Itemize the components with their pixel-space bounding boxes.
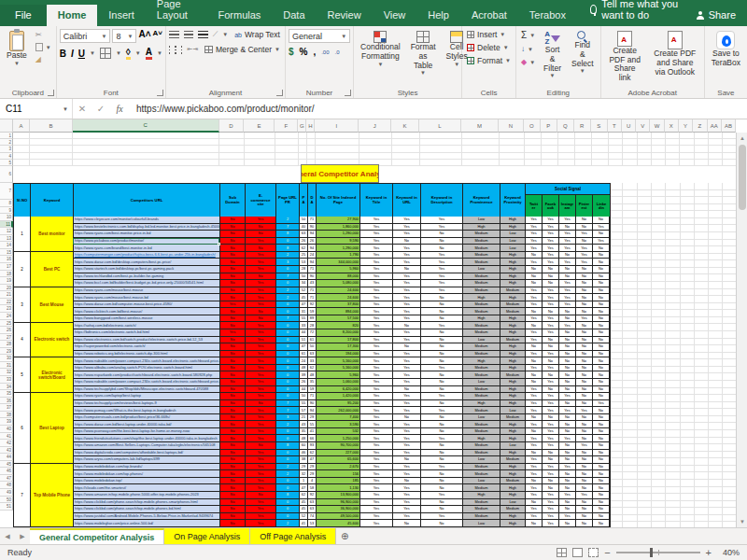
ecommerce-cell[interactable]: Yes (246, 499, 276, 507)
social-cell-1[interactable]: Yes (543, 238, 559, 245)
page-url-pr-cell[interactable]: 0 (276, 499, 300, 507)
row-header-32[interactable]: 32 (0, 369, 13, 376)
indexed-pages-cell[interactable]: 1,290,000 (317, 245, 360, 252)
indexed-pages-cell[interactable]: 96,900,000 (317, 499, 360, 507)
zoom-slider[interactable] (616, 552, 700, 553)
pa-cell[interactable]: 38 (300, 456, 308, 464)
url-cell[interactable]: https://www.clickbd.com/phone-search/top… (74, 506, 220, 513)
keyword-in-title-cell[interactable]: Yes (360, 287, 393, 295)
prominence-cell[interactable]: Medium (463, 259, 500, 266)
pa-cell[interactable]: 48 (300, 365, 308, 372)
create-pdf-outlook-button[interactable]: Create PDF and Share via Outlook (649, 29, 701, 85)
sub-domain-cell[interactable]: No (220, 484, 246, 492)
indexed-pages-cell[interactable]: 1,860,000 (317, 224, 360, 231)
pa-cell[interactable]: 44 (300, 386, 308, 394)
keyword-in-title-cell[interactable]: Yes (360, 252, 393, 259)
social-cell-0[interactable]: No (526, 371, 543, 379)
keyword-in-title-cell[interactable]: Yes (360, 450, 393, 457)
row-header-26[interactable]: 26 (0, 327, 13, 334)
prominence-cell[interactable]: Medium (463, 393, 500, 400)
name-box[interactable]: C11▼ (0, 99, 73, 119)
keyword-in-url-cell[interactable]: No (393, 520, 421, 527)
prominence-cell[interactable]: Medium (463, 428, 500, 436)
keyword-in-description-cell[interactable]: No (421, 506, 463, 513)
social-cell-1[interactable]: Yes (543, 520, 559, 527)
keyword-cell[interactable]: Best Laptop (31, 393, 74, 464)
social-cell-2[interactable]: No (559, 414, 576, 422)
social-cell-3[interactable]: No (576, 484, 593, 492)
row-header-27[interactable]: 27 (0, 334, 13, 342)
keyword-in-url-cell[interactable]: Yes (393, 484, 421, 492)
tab-home[interactable]: Home (47, 5, 98, 26)
keyword-in-description-cell[interactable]: No (421, 450, 463, 457)
social-cell-2[interactable]: Yes (559, 245, 576, 252)
keyword-in-title-cell[interactable]: Yes (360, 520, 393, 527)
grow-font-button[interactable]: A˄ (138, 29, 150, 43)
da-cell[interactable]: 63 (308, 351, 317, 358)
url-cell[interactable]: https://www.nabable.com/power-compact-23… (74, 379, 220, 386)
paste-button[interactable]: Paste▼ (3, 29, 31, 85)
da-cell[interactable]: 71 (308, 393, 317, 400)
keyword-in-description-cell[interactable]: No (421, 414, 463, 422)
pa-cell[interactable]: 34 (300, 280, 308, 287)
url-cell[interactable]: https://www.techlandbd.com/best-pc-build… (74, 273, 220, 281)
prominence-cell[interactable]: Medium (463, 499, 500, 507)
social-cell-2[interactable]: Yes (559, 280, 576, 287)
social-cell-0[interactable]: No (526, 379, 543, 386)
url-cell[interactable]: https://www.digitalcredo.com/computers/a… (74, 450, 220, 457)
social-cell-2[interactable]: Yes (559, 407, 576, 414)
sub-domain-cell[interactable]: Yes (220, 329, 246, 337)
prominence-cell[interactable]: Medium (463, 484, 500, 492)
social-cell-2[interactable]: No (559, 365, 576, 372)
social-cell-3[interactable]: No (576, 294, 593, 301)
social-cell-1[interactable]: No (543, 266, 559, 273)
social-cell-3[interactable]: No (576, 393, 593, 400)
row-header-6[interactable]: 6 (0, 166, 13, 183)
social-cell-0[interactable]: No (526, 499, 543, 507)
ecommerce-cell[interactable]: Yes (246, 520, 276, 527)
zoom-slider-thumb[interactable] (650, 548, 653, 557)
keyword-in-description-cell[interactable]: No (421, 294, 463, 301)
social-cell-4[interactable]: No (593, 287, 610, 295)
header-col-1[interactable]: Sub Domain (220, 184, 246, 217)
header-social-Twitter[interactable]: Twitt er (526, 195, 543, 217)
row-header-2[interactable]: 2 (0, 139, 13, 146)
column-header-T[interactable]: T (608, 119, 622, 133)
find-select-button[interactable]: Find & Select▼ (568, 29, 598, 85)
sub-domain-cell[interactable]: No (220, 343, 246, 351)
keyword-in-title-cell[interactable]: Yes (360, 343, 393, 351)
tab-view[interactable]: View (373, 5, 417, 26)
social-cell-2[interactable]: Yes (559, 217, 576, 224)
row-header-14[interactable]: 14 (0, 242, 13, 249)
ecommerce-cell[interactable]: Yes (246, 371, 276, 379)
tab-file[interactable]: File (0, 5, 47, 26)
social-cell-1[interactable]: Yes (543, 379, 559, 386)
page-url-pr-cell[interactable]: 2 (276, 252, 300, 259)
da-cell[interactable]: 35 (308, 379, 317, 386)
proximity-cell[interactable]: High (500, 294, 526, 301)
url-cell[interactable]: https://www.mobiledokan.com/top-phones/ (74, 470, 220, 478)
social-cell-3[interactable]: No (576, 435, 593, 442)
ecommerce-cell[interactable]: Yes (246, 280, 276, 287)
column-header-L[interactable]: L (419, 119, 461, 133)
sort-filter-button[interactable]: AZSort & Filter▼ (540, 29, 565, 85)
indexed-pages-cell[interactable]: 65,600 (317, 456, 360, 464)
social-cell-0[interactable]: Yes (526, 393, 543, 400)
prominence-cell[interactable]: Medium (463, 386, 500, 394)
row-header-50[interactable]: 50 (0, 497, 13, 504)
keyword-in-url-cell[interactable]: Yes (393, 245, 421, 252)
url-cell[interactable]: https://www.justdial.com/Android-Mobile-… (74, 513, 220, 521)
indexed-pages-cell[interactable]: 88,000 (317, 273, 360, 281)
social-cell-4[interactable]: No (593, 329, 610, 337)
social-cell-2[interactable]: No (559, 400, 576, 408)
keyword-in-url-cell[interactable]: Yes (393, 428, 421, 436)
keyword-in-url-cell[interactable]: No (393, 343, 421, 351)
social-cell-0[interactable]: No (526, 280, 543, 287)
copy-button[interactable]: ▼ (34, 42, 53, 52)
sub-domain-cell[interactable]: No (220, 450, 246, 457)
social-cell-0[interactable]: No (526, 478, 543, 485)
social-cell-1[interactable]: Yes (543, 231, 559, 238)
keyword-in-title-cell[interactable]: Yes (360, 499, 393, 507)
social-cell-0[interactable]: Yes (526, 231, 543, 238)
social-cell-0[interactable]: Yes (526, 421, 543, 428)
